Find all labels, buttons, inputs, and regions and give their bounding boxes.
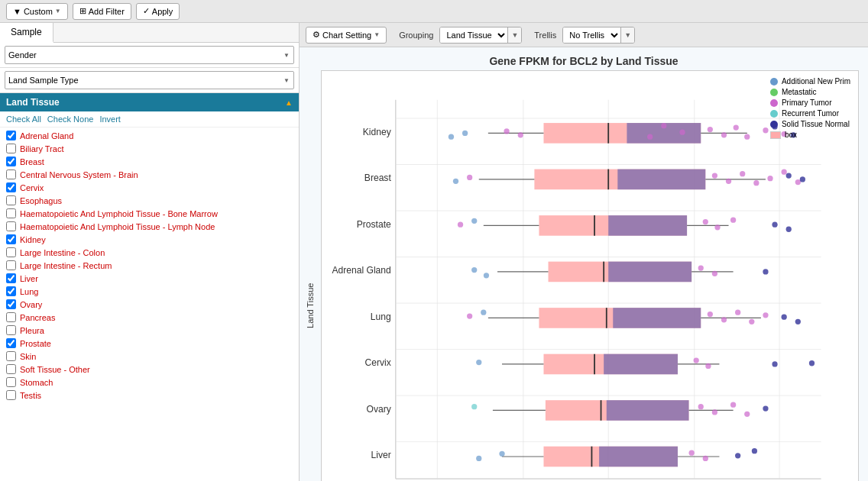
scatter-dot (763, 405, 768, 411)
list-item[interactable]: Cervix (0, 181, 299, 194)
check-none-link[interactable]: Check None (47, 115, 94, 124)
legend-item-additional: Additional New Prim (770, 77, 850, 86)
scatter-dot (744, 134, 750, 140)
box-ovary-blue (607, 400, 689, 421)
scatter-dot (462, 131, 468, 136)
chart-wrap: Gene FPKM for BCL2 by Land Tissue Land T… (300, 47, 868, 481)
gender-dropdown-wrap: Gender (5, 46, 294, 64)
scatter-dot (735, 453, 740, 458)
scatter-dot (763, 269, 768, 274)
list-item[interactable]: Soft Tissue - Other (0, 363, 299, 376)
land-tissue-header[interactable]: Land Tissue ▲ (0, 93, 299, 111)
check-all-link[interactable]: Check All (6, 115, 41, 124)
invert-link[interactable]: Invert (99, 115, 121, 124)
svg-text:Cervix: Cervix (364, 357, 390, 368)
custom-button[interactable]: ▼ Custom ▼ (6, 3, 68, 20)
list-item[interactable]: Haematopoietic And Lymphoid Tissue - Bon… (0, 207, 299, 220)
scatter-dot (499, 451, 504, 457)
list-item[interactable]: Liver (0, 272, 299, 285)
grouping-select[interactable]: Land Tissue (440, 27, 507, 43)
scatter-dot (694, 357, 699, 363)
list-item[interactable]: Prostate (0, 337, 299, 350)
main-toolbar: ▼ Custom ▼ ⊞ Add Filter ✓ Apply (0, 0, 868, 23)
custom-arrow: ▼ (55, 8, 61, 15)
grouping-arrow[interactable]: ▼ (507, 27, 521, 43)
trellis-arrow[interactable]: ▼ (620, 27, 634, 43)
right-panel: ⚙ Chart Setting ▼ Grouping Land Tissue ▼… (300, 23, 868, 481)
chart-area: Land Tissue (300, 70, 868, 481)
list-item-label: Kidney (20, 235, 46, 244)
list-item-label: Large Intestine - Rectum (20, 261, 112, 270)
list-item[interactable]: Adrenal Gland (0, 129, 299, 142)
tab-row: Sample (0, 23, 299, 43)
list-item[interactable]: Skin (0, 350, 299, 363)
scatter-dot (471, 267, 477, 273)
chart-setting-button[interactable]: ⚙ Chart Setting ▼ (306, 27, 387, 44)
scatter-dot (679, 130, 685, 135)
list-item[interactable]: Testis (0, 389, 299, 402)
list-item-label: Pleura (20, 326, 44, 335)
chart-svg-container: -2 0 2 4 6 Kidney Breast Prostate Adrena… (321, 70, 859, 481)
list-item-label: Adrenal Gland (20, 131, 73, 140)
sample-type-filter-row: Land Sample Type (0, 68, 299, 93)
box-breast-blue (617, 169, 705, 190)
svg-text:Kidney: Kidney (363, 127, 392, 137)
scatter-dot (471, 218, 477, 224)
list-item-label: Haematopoietic And Lymphoid Tissue - Bon… (20, 209, 218, 218)
tab-sample[interactable]: Sample (0, 23, 53, 43)
box-prostate-blue (608, 215, 687, 236)
legend-dot-recurrent (770, 110, 778, 118)
add-filter-button[interactable]: ⊞ Add Filter (73, 3, 131, 20)
list-item[interactable]: Esophagus (0, 194, 299, 207)
trellis-select[interactable]: No Trellis (563, 27, 620, 43)
list-item-label: Stomach (20, 378, 53, 387)
list-item[interactable]: Central Nervous System - Brain (0, 168, 299, 181)
gender-dropdown[interactable]: Gender (5, 46, 294, 64)
scatter-dot (786, 227, 792, 232)
list-item[interactable]: Lung (0, 285, 299, 298)
list-item[interactable]: Large Intestine - Colon (0, 246, 299, 259)
box-lung-blue (613, 308, 701, 328)
y-axis-label: Land Tissue (303, 70, 318, 481)
scatter-dot (471, 404, 477, 409)
svg-text:Prostate: Prostate (357, 219, 391, 230)
legend-item-box: box (770, 131, 850, 139)
list-item-label: Liver (20, 274, 38, 283)
svg-text:Lung: Lung (371, 312, 391, 322)
check-controls: Check All Check None Invert (0, 111, 299, 128)
chart-toolbar: ⚙ Chart Setting ▼ Grouping Land Tissue ▼… (300, 23, 868, 47)
scatter-dot (753, 180, 759, 186)
legend-dot-solid (770, 121, 778, 128)
sample-type-dropdown[interactable]: Land Sample Type (5, 71, 294, 89)
scatter-dot (453, 179, 458, 184)
main-content: Sample Gender Land Sample Type Land Tiss… (0, 23, 868, 481)
scatter-dot (467, 313, 472, 318)
list-item-label: Esophagus (20, 196, 62, 205)
list-item[interactable]: Stomach (0, 376, 299, 389)
list-item[interactable]: Breast (0, 155, 299, 168)
check-icon: ✓ (143, 6, 150, 16)
legend-dot-primary (770, 99, 778, 107)
list-item-label: Skin (20, 352, 36, 361)
list-item[interactable]: Ovary (0, 298, 299, 311)
list-item[interactable]: Biliary Tract (0, 142, 299, 155)
list-item[interactable]: Kidney (0, 233, 299, 246)
scatter-dot (726, 179, 731, 184)
legend-item-recurrent: Recurrent Tumor (770, 109, 850, 118)
scatter-dot (744, 412, 750, 417)
apply-button[interactable]: ✓ Apply (136, 3, 180, 20)
scatter-dot (518, 132, 523, 137)
list-item-label: Breast (20, 157, 44, 166)
scatter-dot (721, 317, 727, 322)
box-adrenal-blue (608, 262, 691, 282)
list-item[interactable]: Large Intestine - Rectum (0, 259, 299, 272)
list-item[interactable]: Pleura (0, 324, 299, 337)
scatter-dot (504, 128, 509, 134)
scatter-dot (749, 319, 754, 324)
add-filter-label: Add Filter (89, 7, 125, 16)
scatter-dot (705, 363, 711, 369)
list-item[interactable]: Haematopoietic And Lymphoid Tissue - Lym… (0, 220, 299, 233)
scatter-dot (703, 219, 708, 224)
legend-item-primary: Primary Tumor (770, 98, 850, 107)
list-item[interactable]: Pancreas (0, 311, 299, 324)
